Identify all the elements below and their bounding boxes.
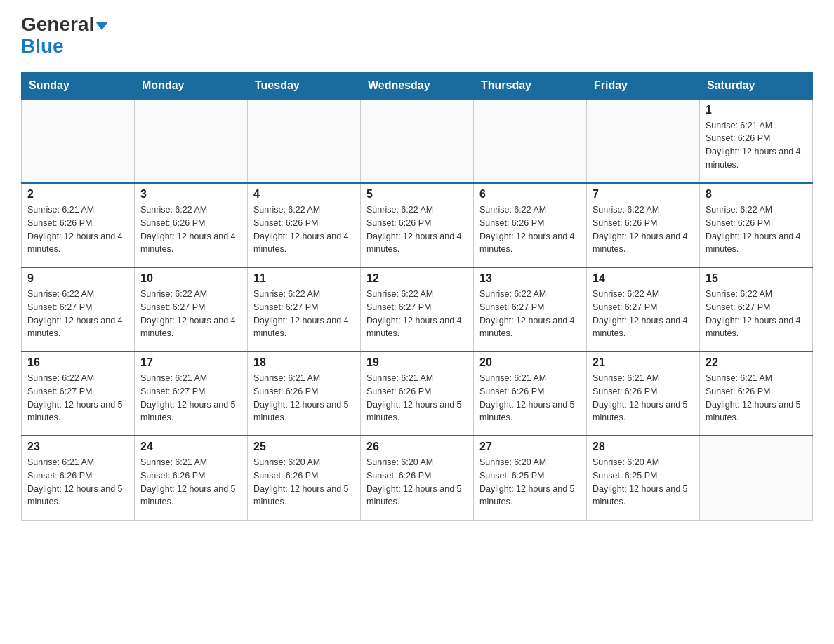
header-wednesday: Wednesday	[361, 72, 474, 99]
logo: GeneralBlue	[21, 14, 108, 58]
calendar-cell: 6Sunrise: 6:22 AMSunset: 6:26 PMDaylight…	[474, 183, 587, 267]
calendar-week-4: 16Sunrise: 6:22 AMSunset: 6:27 PMDayligh…	[22, 351, 813, 436]
calendar-cell: 14Sunrise: 6:22 AMSunset: 6:27 PMDayligh…	[587, 267, 700, 351]
day-info: Sunrise: 6:22 AMSunset: 6:27 PMDaylight:…	[366, 288, 468, 340]
calendar-cell: 23Sunrise: 6:21 AMSunset: 6:26 PMDayligh…	[22, 436, 135, 520]
day-info: Sunrise: 6:22 AMSunset: 6:27 PMDaylight:…	[253, 288, 355, 340]
day-info: Sunrise: 6:21 AMSunset: 6:26 PMDaylight:…	[706, 372, 807, 424]
calendar-week-3: 9Sunrise: 6:22 AMSunset: 6:27 PMDaylight…	[22, 267, 813, 351]
day-number: 1	[706, 104, 807, 116]
day-info: Sunrise: 6:22 AMSunset: 6:26 PMDaylight:…	[593, 203, 694, 256]
day-number: 12	[366, 272, 468, 285]
calendar-cell: 12Sunrise: 6:22 AMSunset: 6:27 PMDayligh…	[361, 267, 474, 351]
day-info: Sunrise: 6:20 AMSunset: 6:26 PMDaylight:…	[366, 456, 468, 509]
day-info: Sunrise: 6:21 AMSunset: 6:26 PMDaylight:…	[253, 372, 355, 424]
day-info: Sunrise: 6:22 AMSunset: 6:26 PMDaylight:…	[706, 203, 807, 256]
day-info: Sunrise: 6:22 AMSunset: 6:26 PMDaylight:…	[366, 203, 468, 256]
calendar-cell: 9Sunrise: 6:22 AMSunset: 6:27 PMDaylight…	[22, 267, 135, 351]
calendar-cell: 17Sunrise: 6:21 AMSunset: 6:27 PMDayligh…	[135, 351, 248, 436]
day-info: Sunrise: 6:22 AMSunset: 6:27 PMDaylight:…	[593, 288, 694, 340]
day-number: 3	[140, 188, 241, 201]
calendar-cell	[587, 99, 700, 183]
day-number: 10	[140, 272, 241, 285]
day-info: Sunrise: 6:22 AMSunset: 6:26 PMDaylight:…	[140, 203, 241, 256]
day-number: 24	[140, 441, 241, 453]
calendar-week-2: 2Sunrise: 6:21 AMSunset: 6:26 PMDaylight…	[22, 183, 813, 267]
day-number: 15	[706, 272, 807, 285]
day-number: 11	[253, 272, 355, 285]
day-number: 26	[366, 441, 468, 453]
day-info: Sunrise: 6:22 AMSunset: 6:27 PMDaylight:…	[27, 372, 128, 424]
day-number: 6	[479, 188, 581, 201]
day-info: Sunrise: 6:22 AMSunset: 6:27 PMDaylight:…	[706, 288, 807, 340]
day-number: 13	[479, 272, 581, 285]
day-info: Sunrise: 6:21 AMSunset: 6:26 PMDaylight:…	[706, 119, 807, 172]
calendar-week-5: 23Sunrise: 6:21 AMSunset: 6:26 PMDayligh…	[22, 436, 813, 520]
day-number: 17	[140, 356, 241, 369]
day-info: Sunrise: 6:22 AMSunset: 6:26 PMDaylight:…	[479, 203, 581, 256]
calendar-cell: 21Sunrise: 6:21 AMSunset: 6:26 PMDayligh…	[587, 351, 700, 436]
calendar-cell	[700, 436, 813, 520]
day-number: 20	[479, 356, 581, 369]
calendar-cell: 1Sunrise: 6:21 AMSunset: 6:26 PMDaylight…	[700, 99, 813, 183]
day-number: 18	[253, 356, 355, 369]
calendar-cell: 3Sunrise: 6:22 AMSunset: 6:26 PMDaylight…	[135, 183, 248, 267]
calendar-cell: 27Sunrise: 6:20 AMSunset: 6:25 PMDayligh…	[474, 436, 587, 520]
header-sunday: Sunday	[22, 72, 135, 99]
day-info: Sunrise: 6:20 AMSunset: 6:25 PMDaylight:…	[593, 456, 694, 509]
day-number: 22	[706, 356, 807, 369]
calendar-cell: 19Sunrise: 6:21 AMSunset: 6:26 PMDayligh…	[361, 351, 474, 436]
day-info: Sunrise: 6:21 AMSunset: 6:26 PMDaylight:…	[593, 372, 694, 424]
calendar-cell: 26Sunrise: 6:20 AMSunset: 6:26 PMDayligh…	[361, 436, 474, 520]
day-number: 28	[593, 441, 694, 453]
day-number: 16	[27, 356, 128, 369]
day-number: 2	[27, 188, 128, 201]
calendar-week-1: 1Sunrise: 6:21 AMSunset: 6:26 PMDaylight…	[22, 99, 813, 183]
header-thursday: Thursday	[474, 72, 587, 99]
day-number: 14	[593, 272, 694, 285]
day-number: 21	[593, 356, 694, 369]
header-saturday: Saturday	[700, 72, 813, 99]
day-info: Sunrise: 6:20 AMSunset: 6:25 PMDaylight:…	[479, 456, 581, 509]
page-header: GeneralBlue	[21, 14, 813, 58]
calendar-cell: 20Sunrise: 6:21 AMSunset: 6:26 PMDayligh…	[474, 351, 587, 436]
calendar-cell: 22Sunrise: 6:21 AMSunset: 6:26 PMDayligh…	[700, 351, 813, 436]
day-number: 23	[27, 441, 128, 453]
day-info: Sunrise: 6:21 AMSunset: 6:27 PMDaylight:…	[140, 372, 241, 424]
day-info: Sunrise: 6:21 AMSunset: 6:26 PMDaylight:…	[140, 456, 241, 509]
calendar-table: SundayMondayTuesdayWednesdayThursdayFrid…	[21, 72, 813, 521]
calendar-cell: 25Sunrise: 6:20 AMSunset: 6:26 PMDayligh…	[248, 436, 361, 520]
day-info: Sunrise: 6:22 AMSunset: 6:26 PMDaylight:…	[253, 203, 355, 256]
calendar-cell: 28Sunrise: 6:20 AMSunset: 6:25 PMDayligh…	[587, 436, 700, 520]
day-info: Sunrise: 6:20 AMSunset: 6:26 PMDaylight:…	[253, 456, 355, 509]
calendar-cell: 16Sunrise: 6:22 AMSunset: 6:27 PMDayligh…	[22, 351, 135, 436]
day-number: 4	[253, 188, 355, 201]
calendar-cell: 11Sunrise: 6:22 AMSunset: 6:27 PMDayligh…	[248, 267, 361, 351]
calendar-cell: 15Sunrise: 6:22 AMSunset: 6:27 PMDayligh…	[700, 267, 813, 351]
day-info: Sunrise: 6:21 AMSunset: 6:26 PMDaylight:…	[27, 203, 128, 256]
calendar-cell: 24Sunrise: 6:21 AMSunset: 6:26 PMDayligh…	[135, 436, 248, 520]
day-info: Sunrise: 6:21 AMSunset: 6:26 PMDaylight:…	[366, 372, 468, 424]
day-info: Sunrise: 6:22 AMSunset: 6:27 PMDaylight:…	[27, 288, 128, 340]
calendar-cell: 8Sunrise: 6:22 AMSunset: 6:26 PMDaylight…	[700, 183, 813, 267]
calendar-cell	[135, 99, 248, 183]
day-number: 25	[253, 441, 355, 453]
calendar-cell: 13Sunrise: 6:22 AMSunset: 6:27 PMDayligh…	[474, 267, 587, 351]
day-number: 9	[27, 272, 128, 285]
day-number: 19	[366, 356, 468, 369]
day-number: 8	[706, 188, 807, 201]
day-info: Sunrise: 6:21 AMSunset: 6:26 PMDaylight:…	[479, 372, 581, 424]
calendar-cell	[248, 99, 361, 183]
calendar-cell: 18Sunrise: 6:21 AMSunset: 6:26 PMDayligh…	[248, 351, 361, 436]
day-number: 5	[366, 188, 468, 201]
logo-text: GeneralBlue	[21, 14, 108, 58]
calendar-cell: 2Sunrise: 6:21 AMSunset: 6:26 PMDaylight…	[22, 183, 135, 267]
day-number: 27	[479, 441, 581, 453]
calendar-cell: 4Sunrise: 6:22 AMSunset: 6:26 PMDaylight…	[248, 183, 361, 267]
calendar-cell: 5Sunrise: 6:22 AMSunset: 6:26 PMDaylight…	[361, 183, 474, 267]
header-friday: Friday	[587, 72, 700, 99]
day-info: Sunrise: 6:22 AMSunset: 6:27 PMDaylight:…	[140, 288, 241, 340]
calendar-cell: 10Sunrise: 6:22 AMSunset: 6:27 PMDayligh…	[135, 267, 248, 351]
calendar-cell	[361, 99, 474, 183]
day-info: Sunrise: 6:22 AMSunset: 6:27 PMDaylight:…	[479, 288, 581, 340]
